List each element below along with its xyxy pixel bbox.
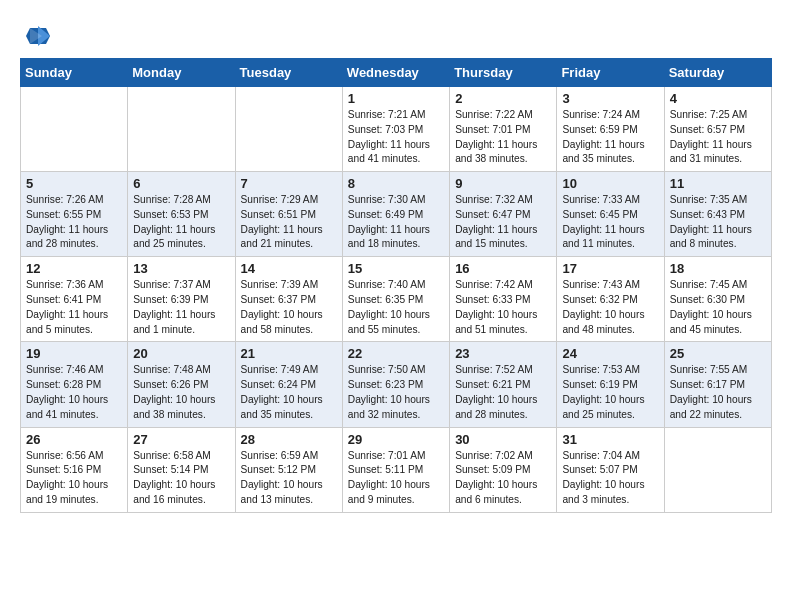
- day-content: Sunrise: 7:48 AM Sunset: 6:26 PM Dayligh…: [133, 363, 229, 422]
- day-content: Sunrise: 7:04 AM Sunset: 5:07 PM Dayligh…: [562, 449, 658, 508]
- day-number: 4: [670, 91, 766, 106]
- day-number: 15: [348, 261, 444, 276]
- day-content: Sunrise: 7:55 AM Sunset: 6:17 PM Dayligh…: [670, 363, 766, 422]
- calendar-cell: 24Sunrise: 7:53 AM Sunset: 6:19 PM Dayli…: [557, 342, 664, 427]
- calendar-cell: 4Sunrise: 7:25 AM Sunset: 6:57 PM Daylig…: [664, 87, 771, 172]
- calendar-cell: 15Sunrise: 7:40 AM Sunset: 6:35 PM Dayli…: [342, 257, 449, 342]
- calendar-header-row: SundayMondayTuesdayWednesdayThursdayFrid…: [21, 59, 772, 87]
- day-content: Sunrise: 7:25 AM Sunset: 6:57 PM Dayligh…: [670, 108, 766, 167]
- calendar-cell: 23Sunrise: 7:52 AM Sunset: 6:21 PM Dayli…: [450, 342, 557, 427]
- day-content: Sunrise: 7:53 AM Sunset: 6:19 PM Dayligh…: [562, 363, 658, 422]
- day-number: 17: [562, 261, 658, 276]
- day-number: 31: [562, 432, 658, 447]
- day-number: 28: [241, 432, 337, 447]
- day-content: Sunrise: 7:36 AM Sunset: 6:41 PM Dayligh…: [26, 278, 122, 337]
- calendar-cell: 16Sunrise: 7:42 AM Sunset: 6:33 PM Dayli…: [450, 257, 557, 342]
- calendar-cell: [128, 87, 235, 172]
- day-number: 19: [26, 346, 122, 361]
- calendar-cell: 20Sunrise: 7:48 AM Sunset: 6:26 PM Dayli…: [128, 342, 235, 427]
- day-number: 9: [455, 176, 551, 191]
- day-number: 25: [670, 346, 766, 361]
- day-content: Sunrise: 7:40 AM Sunset: 6:35 PM Dayligh…: [348, 278, 444, 337]
- day-number: 21: [241, 346, 337, 361]
- day-content: Sunrise: 6:59 AM Sunset: 5:12 PM Dayligh…: [241, 449, 337, 508]
- day-number: 8: [348, 176, 444, 191]
- calendar-cell: [235, 87, 342, 172]
- calendar-cell: 9Sunrise: 7:32 AM Sunset: 6:47 PM Daylig…: [450, 172, 557, 257]
- day-content: Sunrise: 7:01 AM Sunset: 5:11 PM Dayligh…: [348, 449, 444, 508]
- day-number: 14: [241, 261, 337, 276]
- day-number: 22: [348, 346, 444, 361]
- calendar-cell: 11Sunrise: 7:35 AM Sunset: 6:43 PM Dayli…: [664, 172, 771, 257]
- day-content: Sunrise: 7:52 AM Sunset: 6:21 PM Dayligh…: [455, 363, 551, 422]
- day-content: Sunrise: 7:02 AM Sunset: 5:09 PM Dayligh…: [455, 449, 551, 508]
- calendar-week-row: 12Sunrise: 7:36 AM Sunset: 6:41 PM Dayli…: [21, 257, 772, 342]
- day-number: 5: [26, 176, 122, 191]
- day-content: Sunrise: 7:30 AM Sunset: 6:49 PM Dayligh…: [348, 193, 444, 252]
- day-content: Sunrise: 7:33 AM Sunset: 6:45 PM Dayligh…: [562, 193, 658, 252]
- calendar-header-cell: Sunday: [21, 59, 128, 87]
- logo-icon: [22, 22, 50, 50]
- day-content: Sunrise: 7:26 AM Sunset: 6:55 PM Dayligh…: [26, 193, 122, 252]
- calendar-cell: 7Sunrise: 7:29 AM Sunset: 6:51 PM Daylig…: [235, 172, 342, 257]
- day-content: Sunrise: 7:42 AM Sunset: 6:33 PM Dayligh…: [455, 278, 551, 337]
- calendar-week-row: 5Sunrise: 7:26 AM Sunset: 6:55 PM Daylig…: [21, 172, 772, 257]
- day-content: Sunrise: 6:56 AM Sunset: 5:16 PM Dayligh…: [26, 449, 122, 508]
- day-number: 26: [26, 432, 122, 447]
- day-number: 16: [455, 261, 551, 276]
- calendar-cell: 27Sunrise: 6:58 AM Sunset: 5:14 PM Dayli…: [128, 427, 235, 512]
- calendar-cell: 17Sunrise: 7:43 AM Sunset: 6:32 PM Dayli…: [557, 257, 664, 342]
- day-content: Sunrise: 7:22 AM Sunset: 7:01 PM Dayligh…: [455, 108, 551, 167]
- day-number: 1: [348, 91, 444, 106]
- calendar-cell: 29Sunrise: 7:01 AM Sunset: 5:11 PM Dayli…: [342, 427, 449, 512]
- day-content: Sunrise: 6:58 AM Sunset: 5:14 PM Dayligh…: [133, 449, 229, 508]
- day-content: Sunrise: 7:43 AM Sunset: 6:32 PM Dayligh…: [562, 278, 658, 337]
- calendar-cell: 2Sunrise: 7:22 AM Sunset: 7:01 PM Daylig…: [450, 87, 557, 172]
- day-number: 30: [455, 432, 551, 447]
- calendar-cell: 6Sunrise: 7:28 AM Sunset: 6:53 PM Daylig…: [128, 172, 235, 257]
- calendar-cell: 8Sunrise: 7:30 AM Sunset: 6:49 PM Daylig…: [342, 172, 449, 257]
- day-number: 18: [670, 261, 766, 276]
- calendar-cell: 26Sunrise: 6:56 AM Sunset: 5:16 PM Dayli…: [21, 427, 128, 512]
- day-number: 20: [133, 346, 229, 361]
- day-content: Sunrise: 7:21 AM Sunset: 7:03 PM Dayligh…: [348, 108, 444, 167]
- day-content: Sunrise: 7:37 AM Sunset: 6:39 PM Dayligh…: [133, 278, 229, 337]
- header: [20, 18, 772, 50]
- calendar-cell: [21, 87, 128, 172]
- calendar-cell: 10Sunrise: 7:33 AM Sunset: 6:45 PM Dayli…: [557, 172, 664, 257]
- day-number: 29: [348, 432, 444, 447]
- page: SundayMondayTuesdayWednesdayThursdayFrid…: [0, 0, 792, 531]
- day-number: 3: [562, 91, 658, 106]
- calendar-header-cell: Tuesday: [235, 59, 342, 87]
- day-number: 24: [562, 346, 658, 361]
- calendar-cell: 5Sunrise: 7:26 AM Sunset: 6:55 PM Daylig…: [21, 172, 128, 257]
- calendar-cell: 30Sunrise: 7:02 AM Sunset: 5:09 PM Dayli…: [450, 427, 557, 512]
- day-number: 27: [133, 432, 229, 447]
- day-content: Sunrise: 7:46 AM Sunset: 6:28 PM Dayligh…: [26, 363, 122, 422]
- calendar-cell: [664, 427, 771, 512]
- calendar-cell: 25Sunrise: 7:55 AM Sunset: 6:17 PM Dayli…: [664, 342, 771, 427]
- day-content: Sunrise: 7:50 AM Sunset: 6:23 PM Dayligh…: [348, 363, 444, 422]
- day-number: 2: [455, 91, 551, 106]
- day-content: Sunrise: 7:29 AM Sunset: 6:51 PM Dayligh…: [241, 193, 337, 252]
- day-number: 11: [670, 176, 766, 191]
- calendar-cell: 18Sunrise: 7:45 AM Sunset: 6:30 PM Dayli…: [664, 257, 771, 342]
- calendar-cell: 28Sunrise: 6:59 AM Sunset: 5:12 PM Dayli…: [235, 427, 342, 512]
- day-content: Sunrise: 7:32 AM Sunset: 6:47 PM Dayligh…: [455, 193, 551, 252]
- calendar-cell: 19Sunrise: 7:46 AM Sunset: 6:28 PM Dayli…: [21, 342, 128, 427]
- day-number: 7: [241, 176, 337, 191]
- calendar-week-row: 1Sunrise: 7:21 AM Sunset: 7:03 PM Daylig…: [21, 87, 772, 172]
- day-content: Sunrise: 7:45 AM Sunset: 6:30 PM Dayligh…: [670, 278, 766, 337]
- calendar-header-cell: Thursday: [450, 59, 557, 87]
- calendar-week-row: 19Sunrise: 7:46 AM Sunset: 6:28 PM Dayli…: [21, 342, 772, 427]
- calendar-cell: 12Sunrise: 7:36 AM Sunset: 6:41 PM Dayli…: [21, 257, 128, 342]
- day-number: 13: [133, 261, 229, 276]
- day-content: Sunrise: 7:35 AM Sunset: 6:43 PM Dayligh…: [670, 193, 766, 252]
- calendar-week-row: 26Sunrise: 6:56 AM Sunset: 5:16 PM Dayli…: [21, 427, 772, 512]
- calendar-header-cell: Saturday: [664, 59, 771, 87]
- day-number: 6: [133, 176, 229, 191]
- day-content: Sunrise: 7:49 AM Sunset: 6:24 PM Dayligh…: [241, 363, 337, 422]
- calendar-header-cell: Friday: [557, 59, 664, 87]
- day-number: 10: [562, 176, 658, 191]
- day-number: 12: [26, 261, 122, 276]
